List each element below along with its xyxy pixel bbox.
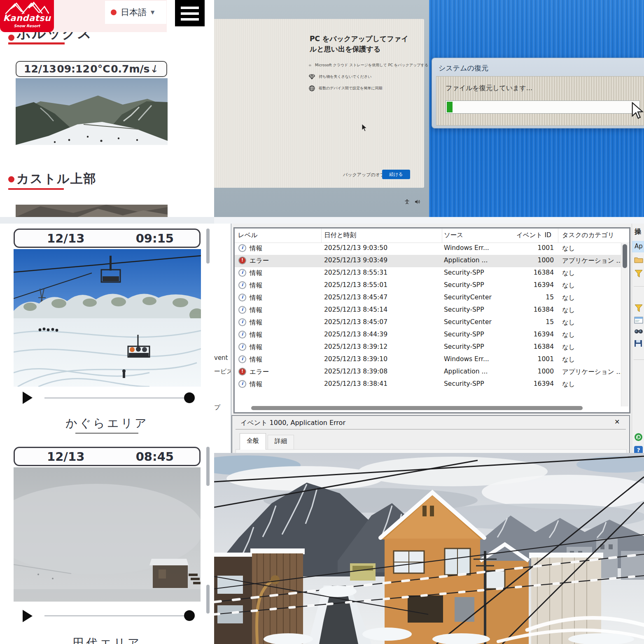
filter-icon[interactable]	[635, 304, 643, 313]
column-header-level[interactable]: レベル	[238, 231, 258, 240]
kandatsu-logo[interactable]: Kandatsu Snow Resort	[0, 0, 54, 32]
language-selector[interactable]: 日本語 ▼	[105, 1, 166, 24]
slider-handle[interactable]	[184, 610, 195, 621]
page-scrollbar-thumb[interactable]	[206, 229, 210, 264]
open-folder-icon[interactable]	[634, 257, 643, 263]
tab-details[interactable]: 詳細	[268, 435, 294, 450]
event-level-icon: i	[238, 306, 246, 314]
timeline-slider[interactable]	[44, 615, 194, 616]
filter-icon[interactable]	[635, 270, 643, 278]
event-level-icon: i	[238, 318, 246, 326]
webcam-photo-pollux	[16, 78, 168, 145]
webcam-photo-foggy	[14, 467, 201, 602]
actions-selected-item[interactable]: Ap	[632, 241, 644, 252]
event-detail-panel: イベント 1000, Application Error ✕ 全般 詳細	[231, 415, 630, 453]
tree-item-fragment[interactable]: ービス	[214, 368, 231, 376]
close-icon[interactable]: ✕	[614, 418, 620, 426]
globe-sync-icon	[309, 85, 315, 91]
kandatsu-page-top: ポルックス 日本語 ▼	[0, 0, 214, 217]
event-datetime: 2025/12/13 8:39:10	[324, 355, 387, 363]
properties-icon[interactable]	[634, 317, 643, 324]
event-row[interactable]: i 情報 2025/12/13 9:03:50 Windows Err... 1…	[235, 243, 621, 255]
page-scrollbar-thumb[interactable]	[206, 585, 210, 614]
event-id: 16384	[504, 269, 554, 276]
event-row[interactable]: i 情報 2025/12/13 8:45:14 Security-SPP 163…	[235, 304, 621, 317]
event-category: なし	[562, 306, 575, 315]
event-row[interactable]: i 情報 2025/12/13 8:39:12 Security-SPP 163…	[235, 341, 621, 354]
event-row[interactable]: ! エラー 2025/12/13 8:39:08 Application ...…	[235, 366, 621, 378]
event-row[interactable]: i 情報 2025/12/13 8:39:10 Windows Err... 1…	[235, 354, 621, 366]
continue-button[interactable]: 続ける	[382, 170, 410, 179]
event-id: 16384	[504, 343, 554, 350]
column-divider[interactable]	[558, 229, 558, 243]
event-id: 16384	[504, 306, 554, 313]
event-source: Security-SPP	[444, 331, 484, 338]
event-datetime: 2025/12/13 9:03:49	[324, 257, 387, 264]
cam-wind: 0.7m/s	[111, 63, 149, 75]
event-level-icon: i	[238, 331, 246, 338]
refresh-icon[interactable]	[634, 433, 643, 441]
event-category: なし	[562, 269, 575, 278]
event-source: Application ...	[444, 257, 488, 264]
timeline-slider[interactable]	[44, 397, 194, 399]
play-button[interactable]	[23, 392, 33, 404]
event-level: 情報	[250, 380, 262, 389]
event-id: 16394	[504, 281, 554, 289]
event-source: SecurityCenter	[444, 294, 492, 301]
page-scrollbar-thumb[interactable]	[206, 447, 210, 486]
title-underline	[8, 188, 64, 190]
area-underline	[75, 433, 138, 434]
event-category: なし	[562, 331, 575, 339]
tree-item-fragment[interactable]: vent	[214, 354, 228, 362]
event-row[interactable]: i 情報 2025/12/13 8:55:01 Security-SPP 163…	[235, 280, 621, 292]
find-icon[interactable]	[634, 328, 643, 335]
event-id: 1000	[504, 368, 554, 375]
vertical-scrollbar[interactable]	[621, 243, 628, 406]
progress-bar	[446, 100, 640, 114]
event-level-icon: i	[238, 269, 246, 277]
area-link-kagura[interactable]: かぐらエリア	[0, 415, 214, 431]
oobe-bullet-text: 複数のデバイス間で設定を簡単に同期	[319, 86, 383, 91]
event-category: なし	[562, 380, 575, 389]
area-link-tashiro[interactable]: 田代エリア	[0, 635, 214, 644]
cam-time: 09:15	[136, 231, 174, 245]
horizontal-scrollbar-thumb[interactable]	[251, 406, 583, 410]
event-level-icon: i	[238, 294, 246, 301]
event-row[interactable]: i 情報 2025/12/13 8:38:41 Security-SPP 163…	[235, 378, 621, 391]
column-header-eventid[interactable]: イベント ID	[516, 231, 551, 240]
actions-panel-header: 操	[635, 228, 641, 236]
event-source: SecurityCenter	[444, 318, 492, 326]
scrollbar-thumb[interactable]	[623, 244, 627, 268]
language-label: 日本語	[121, 7, 147, 18]
hamburger-menu-button[interactable]	[175, 0, 205, 26]
tree-item-fragment[interactable]: プ	[214, 404, 220, 411]
oobe-bullet-text: Microsoft クラウド ストレージを使用して PC をバックアップする	[315, 63, 428, 68]
event-level: 情報	[250, 318, 262, 327]
red-bullet-icon	[8, 176, 14, 182]
event-datetime: 2025/12/13 8:45:14	[324, 306, 387, 313]
event-row[interactable]: ! エラー 2025/12/13 9:03:49 Application ...…	[235, 255, 621, 267]
brand-tagline: Snow Resort	[0, 24, 54, 28]
event-source: Security-SPP	[444, 269, 484, 276]
column-divider[interactable]	[321, 229, 322, 243]
accessibility-icon[interactable]	[404, 199, 410, 204]
column-header-datetime[interactable]: 日付と時刻	[324, 231, 356, 240]
event-datetime: 2025/12/13 8:45:47	[324, 294, 387, 301]
help-icon[interactable]: ?	[634, 446, 643, 453]
event-row[interactable]: i 情報 2025/12/13 8:45:07 SecurityCenter 1…	[235, 317, 621, 329]
volume-icon[interactable]	[415, 199, 420, 204]
tab-general[interactable]: 全般	[240, 433, 266, 450]
event-row[interactable]: i 情報 2025/12/13 8:55:31 Security-SPP 163…	[235, 267, 621, 280]
event-row[interactable]: i 情報 2025/12/13 8:44:39 Security-SPP 163…	[235, 329, 621, 341]
event-datetime: 2025/12/13 8:55:31	[324, 269, 387, 276]
save-icon[interactable]	[634, 340, 642, 347]
event-category: なし	[562, 244, 575, 253]
column-divider[interactable]	[442, 229, 442, 243]
column-header-source[interactable]: ソース	[444, 231, 463, 240]
event-level: 情報	[250, 306, 262, 315]
slider-handle[interactable]	[184, 392, 195, 403]
dialog-body: ファイルを復元しています...	[436, 76, 644, 126]
column-header-category[interactable]: タスクのカテゴリ	[562, 231, 614, 240]
event-row[interactable]: i 情報 2025/12/13 8:45:47 SecurityCenter 1…	[235, 292, 621, 304]
play-button[interactable]	[23, 610, 33, 622]
